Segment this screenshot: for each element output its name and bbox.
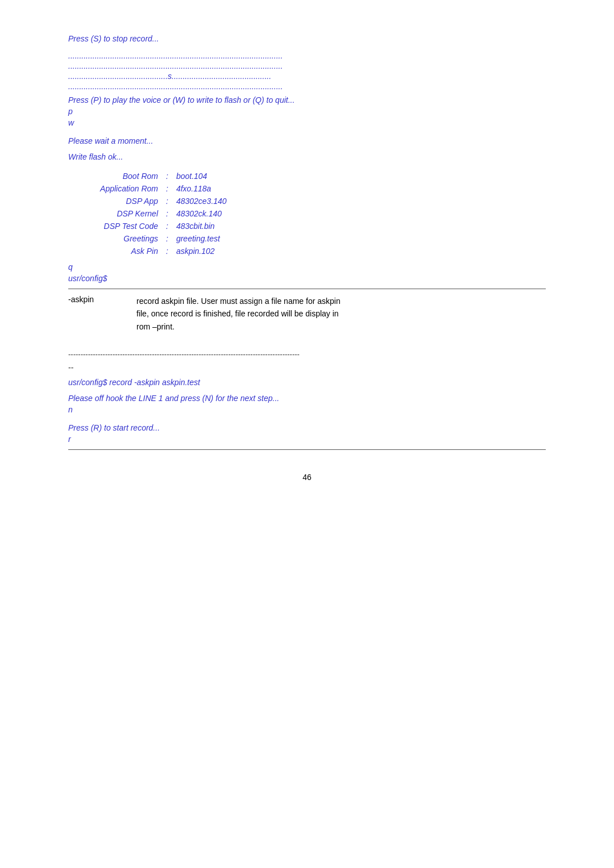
char-r: r [68, 435, 546, 444]
rom-table-row: DSP App : 48302ce3.140 [69, 195, 229, 207]
rom-table-row: DSP Test Code : 483cbit.bin [69, 220, 229, 232]
press-stop-section: Press (S) to stop record... [68, 34, 546, 43]
askpin-detail: record askpin file. User must assign a f… [136, 295, 546, 333]
askpin-description: -askpin record askpin file. User must as… [68, 295, 546, 333]
rom-label: Boot Rom [69, 170, 160, 182]
char-q: q [68, 262, 546, 272]
rom-value: 48302ck.140 [174, 208, 229, 219]
rom-value: 483cbit.bin [174, 220, 229, 232]
rom-value: boot.104 [174, 170, 229, 182]
rom-sep: : [161, 245, 173, 257]
rom-table-row: Boot Rom : boot.104 [69, 170, 229, 182]
press-stop-text: Press (S) to stop record... [68, 34, 546, 43]
rom-sep: : [161, 195, 173, 207]
double-dash: -- [68, 363, 546, 372]
press-r-text: Press (R) to start record... [68, 423, 546, 432]
rom-sep: : [161, 183, 173, 194]
press-play-text: Press (P) to play the voice or (W) to wr… [68, 95, 546, 105]
bottom-divider [68, 449, 546, 450]
askpin-detail-line3: rom –print. [136, 322, 175, 331]
rom-sep: : [161, 220, 173, 232]
write-flash-text: Write flash ok... [68, 152, 546, 161]
rom-label: DSP Kernel [69, 208, 160, 219]
please-off-hook-text: Please off hook the LINE 1 and press (N)… [68, 394, 546, 403]
rom-value: greeting.test [174, 233, 229, 244]
rom-table-row: Application Rom : 4fxo.118a [69, 183, 229, 194]
askpin-detail-line2: file, once record is finished, file reco… [136, 309, 339, 318]
rom-value: 4fxo.118a [174, 183, 229, 194]
char-w: w [68, 118, 546, 127]
rom-value: askpin.102 [174, 245, 229, 257]
dashes-separator: ----------------------------------------… [68, 350, 546, 358]
char-p: p [68, 107, 546, 116]
askpin-detail-line1: record askpin file. User must assign a f… [136, 297, 341, 306]
rom-label: DSP App [69, 195, 160, 207]
rom-value: 48302ce3.140 [174, 195, 229, 207]
dots-line-2: ........................................… [68, 61, 546, 70]
dots-line-4: ........................................… [68, 82, 546, 91]
rom-table: Boot Rom : boot.104 Application Rom : 4f… [68, 169, 230, 258]
askpin-term: -askpin [68, 295, 136, 333]
page-number: 46 [68, 473, 546, 482]
rom-table-row: Greetings : greeting.test [69, 233, 229, 244]
char-n: n [68, 405, 546, 414]
rom-table-row: Ask Pin : askpin.102 [69, 245, 229, 257]
usr-config: usr/config$ [68, 274, 546, 283]
rom-label: Application Rom [69, 183, 160, 194]
rom-sep: : [161, 208, 173, 219]
please-wait-text: Please wait a moment... [68, 136, 546, 145]
rom-sep: : [161, 233, 173, 244]
dots-line-3: ........................................… [68, 72, 546, 81]
record-command: usr/config$ record -askpin askpin.test [68, 378, 546, 387]
dots-section: ........................................… [68, 51, 546, 91]
rom-label: DSP Test Code [69, 220, 160, 232]
dots-line-1: ........................................… [68, 51, 546, 60]
rom-label: Ask Pin [69, 245, 160, 257]
top-divider [68, 289, 546, 289]
rom-sep: : [161, 170, 173, 182]
rom-table-row: DSP Kernel : 48302ck.140 [69, 208, 229, 219]
rom-label: Greetings [69, 233, 160, 244]
